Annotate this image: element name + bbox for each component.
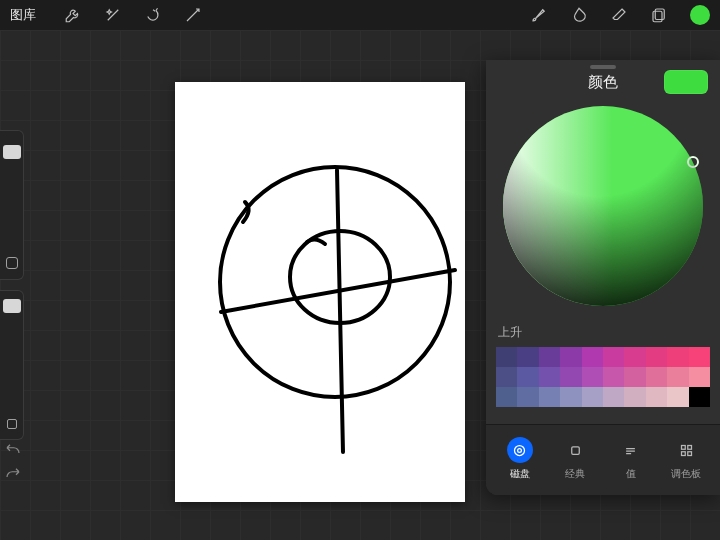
palette-swatch[interactable] [560,347,581,367]
palette-section-label: 上升 [486,316,720,347]
palette-swatch[interactable] [517,387,538,407]
palette-swatch[interactable] [539,367,560,387]
svg-rect-6 [572,446,580,454]
palette-swatch[interactable] [496,367,517,387]
svg-point-4 [515,445,525,455]
palette-swatch[interactable] [689,347,710,367]
move-icon[interactable] [184,6,202,24]
tab-label: 磁盘 [510,467,530,481]
layers-icon[interactable] [650,6,668,24]
svg-point-5 [518,448,522,452]
palette-swatch[interactable] [624,367,645,387]
palette-swatch[interactable] [582,347,603,367]
svg-rect-7 [681,445,685,449]
undo-icon[interactable] [4,442,22,456]
top-toolbar: 图库 [0,0,720,30]
redo-icon[interactable] [4,466,22,480]
gallery-button[interactable]: 图库 [10,6,36,24]
tab-palette[interactable]: 调色板 [659,433,715,485]
palette-swatch[interactable] [603,387,624,407]
eraser-icon[interactable] [610,6,628,24]
brush-icon[interactable] [530,6,548,24]
wrench-icon[interactable] [64,6,82,24]
palette-swatch[interactable] [496,347,517,367]
palette-swatch[interactable] [689,367,710,387]
palette-swatch[interactable] [646,367,667,387]
palette-swatch[interactable] [624,347,645,367]
svg-rect-1 [653,11,662,22]
slider-thumb[interactable] [3,299,21,313]
canvas-drawing [175,82,465,502]
palette-swatch[interactable] [667,347,688,367]
palette-swatch[interactable] [603,347,624,367]
classic-icon [562,437,588,463]
palette-swatch[interactable] [667,387,688,407]
toolbar-right [530,5,710,25]
palette-swatch[interactable] [517,367,538,387]
selection-icon[interactable] [144,6,162,24]
palette-swatch[interactable] [539,387,560,407]
palette-swatch[interactable] [624,387,645,407]
svg-rect-8 [688,445,692,449]
workspace-area: 颜色 上升 磁盘经典值调色板 [0,30,720,540]
palette-swatch[interactable] [603,367,624,387]
svg-rect-0 [655,9,664,20]
brush-preview-square [6,257,18,269]
palette-swatch[interactable] [560,387,581,407]
tab-value[interactable]: 值 [603,433,659,485]
disc-icon [507,437,533,463]
palette-row [496,367,710,387]
palette-row [496,347,710,367]
canvas[interactable] [175,82,465,502]
tab-disc[interactable]: 磁盘 [492,433,548,485]
current-color-dot[interactable] [690,5,710,25]
value-icon [618,437,644,463]
undo-redo-group [4,442,22,480]
palette-swatch[interactable] [582,367,603,387]
tab-label: 调色板 [671,467,701,481]
tab-label: 值 [626,467,636,481]
palette-swatch[interactable] [646,347,667,367]
palette-row [496,387,710,407]
color-wheel-container [486,100,720,316]
palette-swatch[interactable] [539,347,560,367]
brush-size-slider[interactable] [0,130,24,280]
svg-rect-10 [688,451,692,455]
brush-opacity-slider[interactable] [0,290,24,440]
palette-swatch[interactable] [582,387,603,407]
palette-swatch[interactable] [517,347,538,367]
drag-handle-icon[interactable] [590,65,616,69]
smudge-icon[interactable] [570,6,588,24]
color-wheel[interactable] [503,106,703,306]
color-wheel-cursor[interactable] [687,156,699,168]
palette-swatch[interactable] [496,387,517,407]
tab-classic[interactable]: 经典 [548,433,604,485]
slider-thumb[interactable] [3,145,21,159]
palette-swatch[interactable] [689,387,710,407]
palette-swatch[interactable] [667,367,688,387]
color-mode-tabs: 磁盘经典值调色板 [486,424,720,495]
svg-rect-9 [681,451,685,455]
palette-grid [486,347,720,407]
tab-label: 经典 [565,467,585,481]
palette-swatch[interactable] [560,367,581,387]
color-panel-title: 颜色 [542,73,664,92]
selected-color-swatch[interactable] [664,70,708,94]
brush-preview-small [7,419,17,429]
wand-icon[interactable] [104,6,122,24]
palette-swatch[interactable] [646,387,667,407]
color-panel: 颜色 上升 磁盘经典值调色板 [486,60,720,495]
toolbar-left: 图库 [10,6,202,24]
svg-point-2 [220,167,450,397]
palette-icon [673,437,699,463]
